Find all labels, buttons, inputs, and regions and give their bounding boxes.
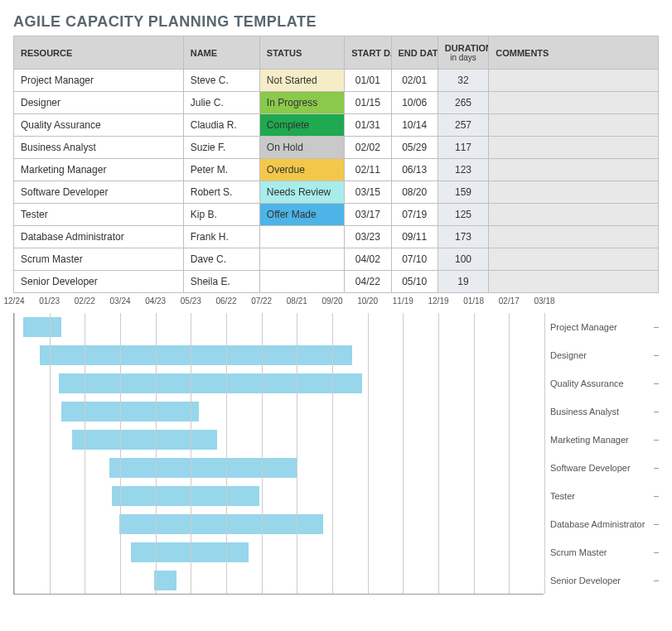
cell-end[interactable]: 10/14 xyxy=(391,114,438,137)
cell-status[interactable]: Complete xyxy=(259,114,344,137)
cell-status[interactable]: Offer Made xyxy=(259,204,344,226)
cell-status[interactable]: Needs Review xyxy=(259,181,344,204)
cell-duration[interactable]: 173 xyxy=(438,226,488,248)
chart-x-tick: 12/24 xyxy=(3,296,24,306)
cell-comments[interactable] xyxy=(489,271,659,293)
cell-name[interactable]: Suzie F. xyxy=(183,137,259,159)
cell-status[interactable] xyxy=(259,248,344,271)
cell-name[interactable]: Peter M. xyxy=(183,159,259,181)
cell-comments[interactable] xyxy=(489,70,659,92)
cell-end[interactable]: 07/10 xyxy=(391,248,438,271)
cell-resource[interactable]: Quality Assurance xyxy=(14,114,184,137)
cell-resource[interactable]: Designer xyxy=(14,92,184,114)
cell-duration[interactable]: 19 xyxy=(438,271,488,293)
cell-duration[interactable]: 159 xyxy=(438,181,488,204)
cell-start[interactable]: 03/23 xyxy=(345,226,391,248)
cell-end[interactable]: 05/29 xyxy=(391,137,438,159)
chart-y-label: Database Administrator xyxy=(550,510,645,538)
cell-duration[interactable]: 125 xyxy=(438,204,488,226)
cell-end[interactable]: 09/11 xyxy=(391,226,438,248)
cell-comments[interactable] xyxy=(489,92,659,114)
cell-name[interactable]: Robert S. xyxy=(183,181,259,204)
cell-comments[interactable] xyxy=(489,137,659,159)
chart-x-tick: 07/22 xyxy=(251,296,272,306)
cell-start[interactable]: 01/31 xyxy=(345,114,391,137)
cell-status[interactable]: In Progress xyxy=(259,92,344,114)
cell-comments[interactable] xyxy=(489,181,659,204)
chart-x-tick: 11/19 xyxy=(393,296,413,306)
chart-x-tick: 04/23 xyxy=(145,296,166,306)
cell-name[interactable]: Frank H. xyxy=(183,226,259,248)
cell-status[interactable] xyxy=(259,226,344,248)
table-row: Database Administrator Frank H. 03/23 09… xyxy=(14,226,659,248)
cell-status[interactable]: Overdue xyxy=(259,159,344,181)
cell-end[interactable]: 06/13 xyxy=(391,159,438,181)
chart-bar xyxy=(23,317,61,337)
cell-name[interactable]: Kip B. xyxy=(183,204,259,226)
cell-start[interactable]: 02/02 xyxy=(345,137,391,159)
cell-duration[interactable]: 100 xyxy=(438,248,488,271)
cell-name[interactable]: Sheila E. xyxy=(183,271,259,293)
cell-resource[interactable]: Senior Developer xyxy=(14,271,184,293)
cell-name[interactable]: Dave C. xyxy=(183,248,259,271)
chart-bar xyxy=(109,458,297,478)
chart-x-tick: 12/19 xyxy=(428,296,448,306)
chart-bar xyxy=(72,430,217,450)
chart-bar xyxy=(40,345,352,365)
cell-duration[interactable]: 117 xyxy=(438,137,488,159)
cell-resource[interactable]: Tester xyxy=(14,204,184,226)
cell-name[interactable]: Julie C. xyxy=(183,92,259,114)
cell-comments[interactable] xyxy=(489,159,659,181)
cell-status[interactable] xyxy=(259,271,344,293)
cell-end[interactable]: 02/01 xyxy=(391,70,438,92)
cell-duration[interactable]: 257 xyxy=(438,114,488,137)
chart-x-tick: 09/20 xyxy=(321,296,342,306)
cell-resource[interactable]: Scrum Master xyxy=(14,248,184,271)
chart-x-tick: 03/18 xyxy=(534,296,554,306)
cell-comments[interactable] xyxy=(489,204,659,226)
cell-duration[interactable]: 123 xyxy=(438,159,488,181)
cell-end[interactable]: 10/06 xyxy=(391,92,438,114)
chart-bar xyxy=(112,486,259,506)
table-row: Scrum Master Dave C. 04/02 07/10 100 xyxy=(14,248,659,271)
cell-duration[interactable]: 265 xyxy=(438,92,488,114)
cell-resource[interactable]: Database Administrator xyxy=(14,226,184,248)
cell-resource[interactable]: Business Analyst xyxy=(14,137,184,159)
cell-resource[interactable]: Project Manager xyxy=(14,70,184,92)
chart-y-label: Senior Developer xyxy=(550,566,621,595)
chart-x-tick: 02/22 xyxy=(75,296,95,306)
cell-resource[interactable]: Marketing Manager xyxy=(14,159,184,181)
cell-start[interactable]: 01/15 xyxy=(345,92,391,114)
chart-y-label: Scrum Master xyxy=(550,538,607,566)
cell-end[interactable]: 07/19 xyxy=(391,204,438,226)
capacity-table: RESOURCE NAME STATUS START DATE END DATE… xyxy=(13,36,659,293)
cell-start[interactable]: 01/01 xyxy=(345,70,391,92)
cell-comments[interactable] xyxy=(489,226,659,248)
cell-name[interactable]: Steve C. xyxy=(183,70,259,92)
cell-resource[interactable]: Software Developer xyxy=(14,181,184,204)
cell-comments[interactable] xyxy=(489,248,659,271)
page-title: AGILE CAPACITY PLANNING TEMPLATE xyxy=(13,13,659,31)
chart-y-label: Designer xyxy=(550,341,587,369)
cell-start[interactable]: 03/15 xyxy=(345,181,391,204)
chart-y-label: Marketing Manager xyxy=(550,426,629,454)
chart-y-label: Project Manager xyxy=(550,313,617,341)
cell-end[interactable]: 05/10 xyxy=(391,271,438,293)
chart-x-tick: 03/24 xyxy=(109,296,130,306)
chart-x-axis: 12/2401/2302/2203/2404/2305/2306/2207/22… xyxy=(14,296,544,313)
col-header-comments: COMMENTS xyxy=(489,36,659,70)
col-header-start: START DATE xyxy=(345,36,391,70)
cell-name[interactable]: Claudia R. xyxy=(183,114,259,137)
cell-status[interactable]: Not Started xyxy=(259,70,344,92)
cell-end[interactable]: 08/20 xyxy=(391,181,438,204)
cell-start[interactable]: 03/17 xyxy=(345,204,391,226)
cell-start[interactable]: 04/02 xyxy=(345,248,391,271)
cell-start[interactable]: 04/22 xyxy=(345,271,391,293)
table-row: Project Manager Steve C. Not Started 01/… xyxy=(14,70,659,92)
col-header-status: STATUS xyxy=(259,36,344,70)
cell-start[interactable]: 02/11 xyxy=(345,159,391,181)
cell-comments[interactable] xyxy=(489,114,659,137)
cell-duration[interactable]: 32 xyxy=(438,70,488,92)
chart-bar xyxy=(119,514,323,534)
cell-status[interactable]: On Hold xyxy=(259,137,344,159)
